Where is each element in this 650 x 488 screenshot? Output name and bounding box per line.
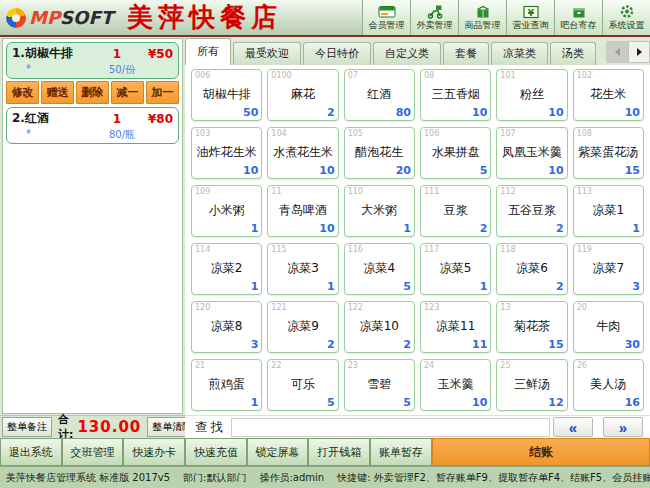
- product-cell[interactable]: 11青岛啤酒10: [267, 185, 338, 237]
- product-cell[interactable]: 21煎鸡蛋1: [191, 359, 262, 411]
- exit-system-button[interactable]: 退出系统: [0, 438, 62, 466]
- product-price: 12: [548, 396, 563, 409]
- product-cell[interactable]: 25三鲜汤12: [496, 359, 567, 411]
- product-price: 10: [472, 106, 487, 119]
- product-cell[interactable]: 122凉菜102: [344, 301, 415, 353]
- product-cell[interactable]: 120凉菜83: [191, 301, 262, 353]
- product-cell[interactable]: 20牛肉30: [573, 301, 644, 353]
- product-name: 美人汤: [574, 376, 643, 393]
- product-cell[interactable]: 08三五香烟10: [420, 69, 491, 121]
- product-price: 5: [403, 396, 411, 409]
- product-cell[interactable]: 22可乐5: [267, 359, 338, 411]
- order-item[interactable]: 1.胡椒牛排1¥50*50/份: [6, 42, 179, 79]
- product-cell[interactable]: 123凉菜1111: [420, 301, 491, 353]
- product-cell[interactable]: 106水果拼盘5: [420, 127, 491, 179]
- product-cell[interactable]: 121凉菜92: [267, 301, 338, 353]
- product-name: 凉菜2: [192, 260, 261, 277]
- arrow-right-icon: [637, 48, 642, 56]
- tab-soup[interactable]: 汤类: [550, 42, 596, 65]
- product-cell[interactable]: 105醋泡花生20: [344, 127, 415, 179]
- tab-scroll-right-button[interactable]: [628, 41, 650, 63]
- tab-scroll-left-button[interactable]: [606, 41, 628, 63]
- minus-one-button[interactable]: 减一: [111, 81, 144, 104]
- page-prev-button[interactable]: «: [553, 417, 593, 437]
- checkout-button[interactable]: 结账: [432, 438, 650, 466]
- product-cell[interactable]: 114凉菜21: [191, 243, 262, 295]
- product-cell[interactable]: 116凉菜45: [344, 243, 415, 295]
- header-button-takeout-manage[interactable]: 外卖管理: [410, 0, 458, 35]
- product-cell[interactable]: 104水煮花生米10: [267, 127, 338, 179]
- quick-recharge-button[interactable]: 快速充值: [185, 438, 247, 466]
- product-code: 109: [195, 187, 210, 196]
- product-cell[interactable]: 23雪碧5: [344, 359, 415, 411]
- product-code: 0100: [271, 71, 291, 80]
- lock-screen-button[interactable]: 锁定屏幕: [247, 438, 309, 466]
- product-cell[interactable]: 109小米粥1: [191, 185, 262, 237]
- page-next-button[interactable]: »: [603, 417, 643, 437]
- status-bar: 美萍快餐店管理系统 标准版 2017v5 部门:默认部门 操作员:admin 快…: [0, 466, 650, 488]
- product-cell[interactable]: 115凉菜31: [267, 243, 338, 295]
- gift-button[interactable]: 赠送: [41, 81, 74, 104]
- shift-manage-button[interactable]: 交班管理: [62, 438, 124, 466]
- product-code: 122: [348, 303, 363, 312]
- tab-most-popular[interactable]: 最受欢迎: [233, 42, 301, 65]
- tab-cold-dish[interactable]: 凉菜类: [491, 42, 548, 65]
- product-price: 1: [480, 280, 488, 293]
- header-button-sales-query[interactable]: ¥营业查询: [506, 0, 554, 35]
- product-cell[interactable]: 111豆浆2: [420, 185, 491, 237]
- product-code: 105: [348, 129, 363, 138]
- product-cell[interactable]: 103油炸花生米10: [191, 127, 262, 179]
- open-cashbox-button[interactable]: 打开钱箱: [308, 438, 370, 466]
- product-cell[interactable]: 113凉菜11: [573, 185, 644, 237]
- tab-custom-class[interactable]: 自定义类: [373, 42, 441, 65]
- product-cell[interactable]: 102花生米10: [573, 69, 644, 121]
- header-button-member-manage[interactable]: 会员管理: [362, 0, 410, 35]
- header-button-label: 会员管理: [369, 19, 405, 32]
- product-cell[interactable]: 107凤凰玉米羹10: [496, 127, 567, 179]
- product-cell[interactable]: 118凉菜62: [496, 243, 567, 295]
- product-cell[interactable]: 006胡椒牛排50: [191, 69, 262, 121]
- header-button-system-settings[interactable]: 系统设置: [602, 0, 650, 35]
- bill-hold-button[interactable]: 账单暂存: [370, 438, 432, 466]
- tab-all[interactable]: 所有: [185, 38, 231, 65]
- order-item-unit-price: 50/份: [109, 63, 135, 77]
- header-button-goods-manage[interactable]: 商品管理: [458, 0, 506, 35]
- order-item-qty: 1: [103, 47, 131, 61]
- product-grid: 006胡椒牛排500100麻花207红酒8008三五香烟10101粉丝10102…: [185, 65, 650, 415]
- order-remark-button[interactable]: 整单备注: [2, 417, 52, 437]
- product-cell[interactable]: 110大米粥1: [344, 185, 415, 237]
- product-cell[interactable]: 26美人汤16: [573, 359, 644, 411]
- member-card-icon: [377, 4, 397, 19]
- product-code: 25: [500, 361, 510, 370]
- sales-query-icon: ¥: [521, 4, 541, 19]
- tab-combo[interactable]: 套餐: [443, 42, 489, 65]
- product-code: 13: [500, 303, 510, 312]
- product-cell[interactable]: 101粉丝10: [496, 69, 567, 121]
- product-cell[interactable]: 0100麻花2: [267, 69, 338, 121]
- delete-button[interactable]: 删除: [76, 81, 109, 104]
- product-price: 10: [243, 164, 258, 177]
- product-code: 21: [195, 361, 205, 370]
- order-item[interactable]: 2.红酒1¥80*80/瓶: [6, 107, 179, 144]
- product-cell[interactable]: 119凉菜73: [573, 243, 644, 295]
- product-price: 3: [632, 280, 640, 293]
- product-cell[interactable]: 108紫菜蛋花汤15: [573, 127, 644, 179]
- order-item-line2: *80/瓶: [12, 128, 173, 142]
- product-cell[interactable]: 112五谷豆浆2: [496, 185, 567, 237]
- product-cell[interactable]: 13菊花茶15: [496, 301, 567, 353]
- plus-one-button[interactable]: 加一: [146, 81, 179, 104]
- order-item-name: 1.胡椒牛排: [12, 45, 103, 62]
- header-button-label: 外卖管理: [417, 19, 453, 32]
- modify-button[interactable]: 修改: [6, 81, 39, 104]
- product-code: 101: [500, 71, 515, 80]
- search-input[interactable]: [231, 418, 550, 437]
- header-button-bar-storage[interactable]: 吧台寄存: [554, 0, 602, 35]
- product-cell[interactable]: 07红酒80: [344, 69, 415, 121]
- header-button-label: 吧台寄存: [561, 19, 597, 32]
- product-cell[interactable]: 117凉菜51: [420, 243, 491, 295]
- tab-today-special[interactable]: 今日特价: [303, 42, 371, 65]
- order-item-line1: 1.胡椒牛排1¥50: [12, 45, 173, 62]
- quick-card-button[interactable]: 快速办卡: [123, 438, 185, 466]
- product-price: 2: [327, 338, 335, 351]
- product-cell[interactable]: 24玉米羹10: [420, 359, 491, 411]
